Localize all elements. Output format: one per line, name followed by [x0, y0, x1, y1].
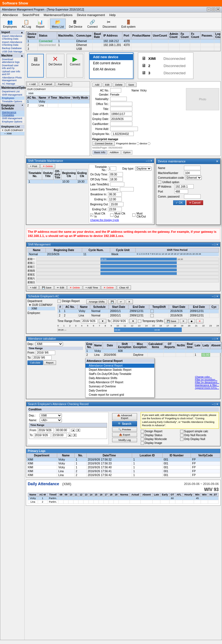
dm-commcode-select[interactable]: Ethernet — [185, 176, 202, 180]
search-from-date[interactable] — [37, 428, 54, 433]
endout-input[interactable] — [108, 207, 122, 211]
search-min-btn[interactable]: – — [212, 403, 213, 406]
device-row-3[interactable]: 3USB — [26, 47, 221, 51]
maximize-btn[interactable]: □ — [211, 7, 215, 11]
shift-close-btn[interactable]: ✕ — [216, 243, 218, 246]
dm-name-input[interactable] — [184, 166, 201, 170]
report-btn[interactable]: 📊 Report — [34, 19, 46, 29]
office-tel-input[interactable] — [110, 102, 132, 106]
search-from-down[interactable]: ▼ — [76, 429, 80, 432]
sched-ximi-tree[interactable]: XIMI — [27, 307, 55, 310]
disconnect-btn[interactable]: ✂ Disconnect — [101, 19, 118, 29]
sched-max-btn[interactable]: □ — [214, 295, 216, 298]
att-close-btn[interactable]: ✕ — [216, 337, 218, 340]
connect-btn[interactable]: 🔗 Connect — [85, 19, 100, 29]
search-from-time[interactable] — [55, 428, 70, 433]
minimize-btn[interactable]: – — [207, 7, 211, 11]
search-close-btn[interactable]: ✕ — [216, 403, 218, 406]
emp-row-lina[interactable]: 2 Lina — [26, 104, 90, 108]
dm-commpass-input[interactable] — [184, 194, 201, 199]
mustclkin-check[interactable] — [90, 213, 93, 217]
maintenance-link[interactable]: Maintenance & filter... — [195, 384, 219, 387]
shift-row-normal[interactable]: Normal2015/9/2611Week 0 1 2 3 4 5 6 7 8 … — [28, 252, 219, 256]
shift-edit-btn[interactable]: ✏ Edit — [54, 285, 67, 290]
title-input[interactable] — [110, 107, 132, 111]
att-dep-select[interactable]: XIMI — [35, 342, 63, 346]
machine-item-2[interactable]: Download user info and Fp — [0, 64, 24, 70]
mustclkd-check[interactable] — [132, 213, 135, 217]
report-item-8[interactable]: Create report for current grid — [85, 393, 154, 397]
from-date-picker[interactable]: ▼ — [99, 319, 106, 323]
search-to-down[interactable]: ▼ — [73, 434, 77, 437]
temp-x-btn[interactable]: ✕ — [180, 319, 187, 323]
filter-exception-link[interactable]: Filter by exception... — [195, 378, 219, 381]
maintenance-item-4[interactable]: Timetable Options — [0, 100, 24, 103]
att-to-input[interactable] — [32, 356, 52, 360]
empno-input[interactable] — [112, 132, 134, 136]
temp-nav-btn[interactable]: ◆ — [188, 319, 195, 323]
schedule-row-2[interactable]: 22LinaNormal2000/1/12999/12/312016/9/262… — [58, 313, 219, 318]
homeadd-input[interactable] — [110, 127, 138, 131]
att-row-vicky[interactable]: 1 Vicky 608 — [85, 349, 222, 353]
display-workcode-chk[interactable] — [141, 438, 144, 441]
import-section-title[interactable]: Import ▲ — [0, 30, 24, 34]
del-device-btn[interactable]: 🗑 Del Device — [67, 19, 84, 29]
temp-shifts-check[interactable] — [138, 320, 141, 323]
employee-schedule-title[interactable]: Employee Schedule ▲ — [0, 103, 24, 111]
company-tree-item[interactable]: ▼ OUR COMPANY — [0, 129, 24, 132]
report-item-5[interactable]: Daily Attendance OT Report — [85, 380, 154, 384]
import-item-2[interactable]: Import Attendance Checking Data — [0, 40, 24, 47]
connect-tool-btn[interactable]: ▶ Connect — [67, 54, 83, 78]
sched-company-tree[interactable]: ▼ OUR COMPANY — [27, 303, 55, 307]
display-image-chk[interactable] — [141, 441, 144, 445]
machine-item-1[interactable]: Download attendance logs — [0, 58, 24, 64]
report-item-2[interactable]: Depart Attendance Statistic Report — [85, 368, 154, 372]
acno-form-input[interactable] — [110, 88, 121, 93]
advanced-export-btn[interactable]: 📤 Advanced Export — [112, 413, 137, 420]
menu-maintenance[interactable]: Maintenance/Options — [42, 13, 74, 17]
beginout-input[interactable] — [110, 202, 123, 206]
dm-machineno-input[interactable] — [184, 171, 201, 175]
sched-close-btn[interactable]: ✕ — [216, 295, 218, 298]
fp-radio1[interactable] — [137, 142, 139, 145]
del-device-tool-btn[interactable]: ✕ Del Device — [46, 54, 64, 78]
device-row-1[interactable]: 1Connected1Ethernet192.168.2124370 — [26, 39, 221, 43]
display-status-chk[interactable] — [141, 434, 144, 437]
search-to-up[interactable]: ▲ — [68, 434, 72, 437]
search-dep-select[interactable]: XIMI — [40, 413, 62, 418]
exit-btn[interactable]: 🚪 Exit system — [119, 19, 137, 29]
modify-log-btn[interactable]: Modify Log — [112, 438, 137, 442]
machine-item-4[interactable]: Attendance Photo Management — [0, 76, 24, 82]
preview-btn[interactable]: 🔍 Preview — [112, 427, 137, 432]
att-from-input[interactable] — [36, 351, 55, 355]
menu-search-print[interactable]: Search/Print — [21, 13, 41, 17]
sched-toolbar-btn2[interactable]: ↩ — [117, 300, 125, 304]
only-display-null-chk[interactable] — [180, 438, 183, 441]
calculate-btn[interactable]: Calculate — [27, 361, 43, 365]
endingin-input[interactable] — [108, 197, 122, 201]
shift-del-btn[interactable]: ✕ Delete — [101, 285, 116, 290]
timetable-delete-btn[interactable]: ✕ Delete — [40, 164, 56, 168]
add-employee-btn[interactable]: + Add — [27, 82, 38, 86]
filter-dept-link[interactable]: Filter by department... — [195, 381, 219, 384]
leaveearly-input[interactable] — [120, 187, 134, 191]
device-btn[interactable]: 🖥 Device — [27, 54, 44, 78]
option-tab[interactable]: Option — [121, 150, 133, 155]
timetable-add-btn[interactable]: + Post — [27, 164, 40, 168]
fax-group-btn[interactable]: Fax/Group — [56, 82, 72, 86]
delete-btn[interactable]: Delete — [113, 83, 125, 87]
device-row-2[interactable]: 2Disconnected1Ethernet192.168.1.2014370 — [26, 43, 221, 47]
shift-min-btn[interactable]: – — [212, 243, 213, 246]
temp-x2-btn[interactable]: ✕ — [196, 319, 203, 323]
report-item-4[interactable]: Daily Attendance Shifts — [85, 376, 154, 380]
dm-ok-btn[interactable]: ✓ OK — [173, 200, 185, 205]
report-item-1[interactable]: Attendance General Report — [85, 364, 154, 368]
add-device-item[interactable]: Add new device — [90, 54, 133, 60]
shift-add-btn[interactable]: + Add — [27, 285, 39, 290]
dm-close[interactable]: ✕ — [216, 160, 218, 163]
shift-save-btn[interactable]: 💾 Save — [39, 285, 54, 290]
dm-cancel-btn[interactable]: ✕ Cancel — [186, 200, 203, 205]
dm-port-input[interactable] — [174, 189, 188, 194]
latetime-input[interactable] — [110, 182, 124, 186]
report-item-3[interactable]: Staff's On-Duty/Off-Duty Timetable — [85, 372, 154, 376]
